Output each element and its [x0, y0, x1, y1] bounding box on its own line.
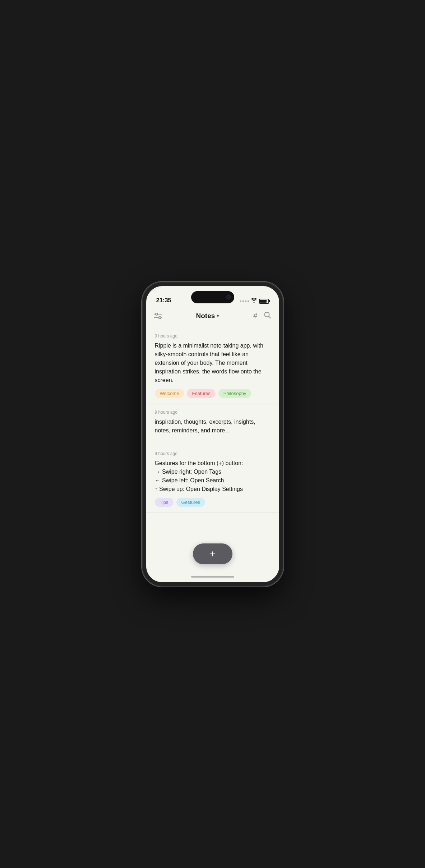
tag-welcome[interactable]: Welcome: [155, 389, 184, 398]
note-tags: Welcome Features Philosophy: [155, 389, 271, 398]
nav-header: Notes ▾ #: [146, 307, 279, 325]
tag-gestures[interactable]: Gestures: [176, 498, 205, 507]
empty-area: [146, 513, 279, 538]
home-bar: [191, 576, 234, 578]
status-time: 21:35: [156, 297, 171, 304]
status-icons: [240, 298, 269, 304]
phone-frame: 21:35: [143, 283, 283, 586]
mute-button[interactable]: [143, 336, 143, 349]
filter-button[interactable]: [154, 313, 162, 319]
volume-down-button[interactable]: [143, 380, 143, 401]
plus-icon: +: [209, 549, 215, 559]
volume-up-button[interactable]: [143, 354, 143, 375]
note-timestamp: 9 hours ago: [155, 410, 271, 415]
search-button[interactable]: [264, 311, 271, 320]
front-camera: [226, 295, 231, 299]
tag-tips[interactable]: Tips: [155, 498, 174, 507]
nav-title-text: Notes: [196, 312, 215, 320]
note-item[interactable]: 9 hours ago inspiration, thoughts, excer…: [146, 404, 279, 445]
notes-list[interactable]: 9 hours ago Ripple is a minimalist note-…: [146, 325, 279, 538]
svg-point-3: [159, 317, 161, 319]
note-tags: Tips Gestures: [155, 498, 271, 507]
power-button[interactable]: [282, 358, 283, 390]
dynamic-island: [191, 291, 234, 303]
home-indicator: [146, 571, 279, 582]
tag-philosophy[interactable]: Philosophy: [218, 389, 251, 398]
tags-button[interactable]: #: [253, 312, 257, 320]
note-item[interactable]: 9 hours ago Ripple is a minimalist note-…: [146, 328, 279, 404]
battery-icon: [259, 299, 269, 304]
note-text: Ripple is a minimalist note-taking app, …: [155, 341, 271, 385]
svg-point-1: [156, 313, 158, 315]
add-note-button[interactable]: +: [193, 543, 232, 564]
add-button-container: +: [146, 538, 279, 571]
svg-line-5: [269, 316, 271, 318]
note-text: inspiration, thoughts, excerpts, insight…: [155, 418, 271, 435]
nav-title[interactable]: Notes ▾: [196, 312, 220, 320]
note-text: Gestures for the bottom (+) button: → Sw…: [155, 459, 271, 493]
note-timestamp: 9 hours ago: [155, 451, 271, 456]
wifi-icon: [251, 298, 257, 304]
chevron-down-icon: ▾: [217, 313, 219, 318]
tag-features[interactable]: Features: [187, 389, 215, 398]
battery-fill: [260, 300, 267, 303]
signal-icon: [240, 300, 249, 302]
nav-right-icons: #: [253, 311, 271, 320]
note-item[interactable]: 9 hours ago Gestures for the bottom (+) …: [146, 445, 279, 513]
note-timestamp: 9 hours ago: [155, 334, 271, 339]
